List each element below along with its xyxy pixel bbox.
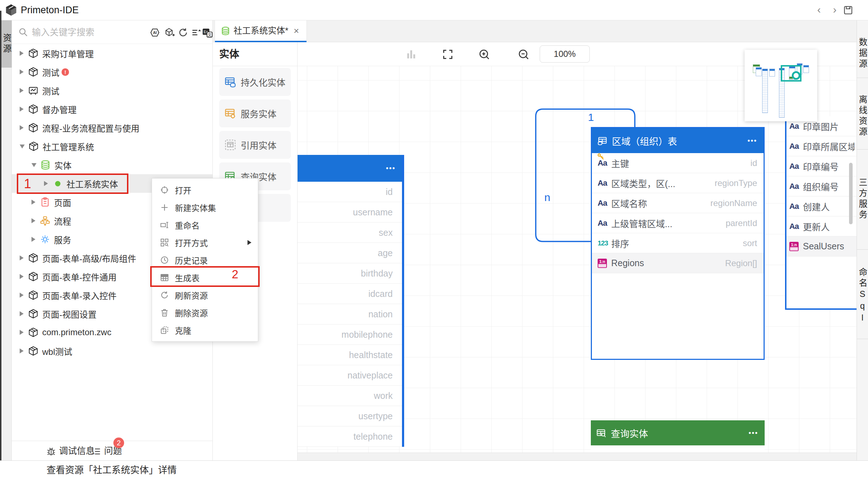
tree-item-test-board[interactable]: 测试 [12,81,212,100]
tree-item-purchase-order[interactable]: 采购订单管理 [12,44,212,63]
debug-bug-icon[interactable] [46,446,57,456]
search-input[interactable]: 输入关键字搜索 [32,20,94,44]
rail-tab-named-sql[interactable]: 命名Sql [857,258,868,333]
field-row[interactable]: usertype [298,406,402,426]
rail-tab-offline-resources[interactable]: 离线资源 [857,87,868,146]
package-icon [28,104,39,114]
fit-screen-icon[interactable] [442,48,454,60]
relation-connector-line[interactable] [512,95,662,252]
chevron-down-icon[interactable] [31,163,36,167]
field-row[interactable]: Aa 印章编号 [786,156,857,176]
user-entity-header[interactable]: ••• [298,155,402,182]
entity-canvas[interactable]: 1 n ••• id username sex age birthday idc… [298,66,857,453]
rail-tab-third-party-services[interactable]: 三方服务 [857,158,868,240]
save-icon[interactable] [843,5,854,16]
chevron-down-icon[interactable] [20,145,25,148]
field-row-relation[interactable]: 1:n Regions Region[] [592,253,764,273]
field-row[interactable]: work [298,386,402,406]
tree-item-process-config[interactable]: 流程-业务流程配置与使用 [12,118,212,137]
chevron-right-icon[interactable] [20,51,24,56]
problems-list-icon[interactable] [91,446,101,456]
tab-social-entity[interactable]: 社工系统实体* × [215,20,307,42]
nav-forward-icon[interactable]: › [828,4,841,16]
tree-item-supervision[interactable]: 督办管理 [12,100,212,118]
chart-view-icon[interactable] [405,48,417,60]
field-row[interactable]: mobilephone [298,324,402,345]
zoom-out-icon[interactable] [518,48,530,60]
tree-item-wbl-test[interactable]: wbl测试 [12,342,212,360]
minimap[interactable] [745,50,817,121]
chevron-right-icon[interactable] [20,69,24,74]
field-row[interactable]: telephone [298,426,402,447]
menu-item-rename[interactable]: 重命名 [152,216,258,234]
more-icon[interactable]: ••• [386,155,396,182]
rail-tab-resources[interactable]: 资源 [1,20,12,68]
more-icon[interactable]: ••• [749,420,758,445]
reference-entity-icon [224,139,236,151]
nav-back-icon[interactable]: ‹ [813,4,825,16]
field-row[interactable]: username [298,202,402,223]
chevron-right-icon[interactable] [20,88,24,93]
zoom-in-icon[interactable] [478,48,490,60]
chevron-right-icon[interactable] [20,107,24,112]
chevron-right-icon[interactable] [20,330,24,335]
new-package-icon[interactable] [164,27,175,38]
tree-item-social-work-system[interactable]: 社工管理系统 [12,137,212,156]
refresh-icon[interactable] [178,27,188,38]
user-entity-table[interactable]: ••• id username sex age birthday idcard … [298,155,404,447]
menu-item-delete-resource[interactable]: 删除资源 [152,304,258,321]
context-menu: 打开 新建实体集 重命名 打开方式 历史记录 生成表 刷新资源 [152,178,258,342]
field-row-relation[interactable]: 1:n SealUsers [786,236,857,256]
canvas-horizontal-scrollbar-track[interactable] [298,453,857,460]
sort-filter-icon[interactable] [191,27,201,38]
field-row[interactable]: Aa 组织编号 [786,176,857,196]
field-row[interactable]: id [298,182,402,202]
tab-close-icon[interactable]: × [294,20,299,41]
chevron-right-icon[interactable] [31,200,35,205]
tree-item-test-pkg[interactable]: 测试 ! [12,63,212,81]
chevron-right-icon[interactable] [20,348,24,353]
menu-item-refresh-resource[interactable]: 刷新资源 [152,286,258,304]
menu-item-clone[interactable]: 克隆 [152,321,258,339]
menu-item-new-entity-set[interactable]: 新建实体集 [152,199,258,216]
tree-item-entities-folder[interactable]: 实体 [12,156,212,174]
package-icon [28,141,39,152]
palette-item-reference-entity[interactable]: 引用实体 [219,131,291,159]
chevron-right-icon[interactable] [31,237,35,242]
search-bar[interactable]: 输入关键字搜索 AI En文 [12,20,212,44]
palette-item-persistent-entity[interactable]: 持久化实体 [219,68,291,96]
menu-item-open-with[interactable]: 打开方式 [152,234,258,251]
field-row[interactable]: nation [298,304,402,324]
chevron-right-icon[interactable] [20,311,24,316]
field-row[interactable]: birthday [298,263,402,284]
field-row[interactable]: idcard [298,284,402,304]
rail-divider [857,78,868,78]
field-row[interactable]: nativeplace [298,365,402,386]
chevron-right-icon[interactable] [20,125,24,130]
canvas-vertical-scrollbar[interactable] [849,163,853,224]
package-icon [28,271,39,282]
chevron-right-icon[interactable] [31,218,35,223]
more-icon[interactable]: ••• [747,128,757,153]
text-type-icon: Aa [789,182,799,191]
field-row[interactable]: Aa 更新人 [786,216,857,236]
zoom-level-button[interactable]: 100% [540,45,590,63]
rail-tab-datasource[interactable]: 数据源 [857,31,868,76]
field-row[interactable]: Aa 创建人 [786,196,857,216]
palette-item-service-entity[interactable]: 服务实体 [219,99,291,127]
chevron-right-icon[interactable] [20,255,24,260]
field-row[interactable]: Aa 印章所属区域 [786,136,857,156]
field-row[interactable]: sex [298,223,402,243]
debug-info-button[interactable]: 调试信息 [59,441,95,461]
field-row[interactable]: age [298,243,402,263]
field-row[interactable]: healthstate [298,345,402,365]
query-entity-table[interactable]: 查询实体 ••• [591,420,765,453]
chevron-right-icon[interactable] [20,274,24,279]
chevron-right-icon[interactable] [20,293,24,298]
seal-entity-table[interactable]: Aa 印章图片 Aa 印章所属区域 Aa 印章编号 Aa 组织编号 Aa 创 [785,116,857,310]
translate-icon[interactable]: En文 [202,27,213,39]
ai-assistant-icon[interactable]: AI [149,27,160,38]
package-icon [28,122,39,133]
query-entity-header[interactable]: 查询实体 ••• [591,420,765,445]
menu-item-open[interactable]: 打开 [152,181,258,199]
